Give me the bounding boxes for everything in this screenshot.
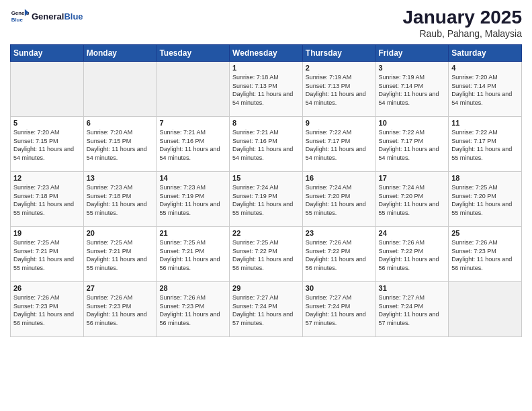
logo-icon: General Blue <box>10 7 29 26</box>
cell-info: Sunrise: 7:27 AMSunset: 7:24 PMDaylight:… <box>379 293 446 327</box>
cell-w0d5: 3Sunrise: 7:19 AMSunset: 7:14 PMDaylight… <box>375 62 449 117</box>
cell-w2d2: 14Sunrise: 7:23 AMSunset: 7:19 PMDayligh… <box>157 172 230 227</box>
day-number: 29 <box>232 284 300 292</box>
day-number: 8 <box>232 119 300 127</box>
header-tuesday: Tuesday <box>157 45 230 62</box>
cell-w4d0: 26Sunrise: 7:26 AMSunset: 7:23 PMDayligh… <box>11 282 84 337</box>
cell-info: Sunrise: 7:26 AMSunset: 7:23 PMDaylight:… <box>87 293 154 327</box>
cell-w3d6: 25Sunrise: 7:26 AMSunset: 7:23 PMDayligh… <box>449 227 522 282</box>
header-monday: Monday <box>83 45 157 62</box>
cell-w2d6: 18Sunrise: 7:25 AMSunset: 7:20 PMDayligh… <box>449 172 522 227</box>
cell-info: Sunrise: 7:20 AMSunset: 7:15 PMDaylight:… <box>13 128 81 162</box>
calendar-title: January 2025 <box>403 7 522 28</box>
cell-w1d4: 9Sunrise: 7:22 AMSunset: 7:17 PMDaylight… <box>302 117 375 172</box>
header-friday: Friday <box>375 45 449 62</box>
cell-w4d1: 27Sunrise: 7:26 AMSunset: 7:23 PMDayligh… <box>83 282 157 337</box>
cell-info: Sunrise: 7:25 AMSunset: 7:21 PMDaylight:… <box>13 238 81 272</box>
cell-info: Sunrise: 7:19 AMSunset: 7:14 PMDaylight:… <box>379 73 446 107</box>
cell-w1d1: 6Sunrise: 7:20 AMSunset: 7:15 PMDaylight… <box>83 117 157 172</box>
svg-text:Blue: Blue <box>11 17 24 23</box>
day-number: 27 <box>87 284 154 292</box>
day-number: 10 <box>379 119 446 127</box>
logo: General Blue GeneralBlue <box>10 7 83 26</box>
cell-info: Sunrise: 7:22 AMSunset: 7:17 PMDaylight:… <box>379 128 446 162</box>
day-number: 13 <box>87 174 154 182</box>
cell-info: Sunrise: 7:26 AMSunset: 7:22 PMDaylight:… <box>306 238 373 272</box>
day-number: 12 <box>13 174 81 182</box>
cell-info: Sunrise: 7:21 AMSunset: 7:16 PMDaylight:… <box>159 128 226 162</box>
cell-info: Sunrise: 7:26 AMSunset: 7:23 PMDaylight:… <box>13 293 81 327</box>
cell-w0d3: 1Sunrise: 7:18 AMSunset: 7:13 PMDaylight… <box>230 62 303 117</box>
day-number: 25 <box>451 229 519 237</box>
day-number: 5 <box>13 119 81 127</box>
week-row-1: 1Sunrise: 7:18 AMSunset: 7:13 PMDaylight… <box>11 62 522 117</box>
cell-info: Sunrise: 7:27 AMSunset: 7:24 PMDaylight:… <box>232 293 300 327</box>
week-row-5: 26Sunrise: 7:26 AMSunset: 7:23 PMDayligh… <box>11 282 522 337</box>
cell-w3d0: 19Sunrise: 7:25 AMSunset: 7:21 PMDayligh… <box>11 227 84 282</box>
cell-w3d5: 24Sunrise: 7:26 AMSunset: 7:22 PMDayligh… <box>375 227 449 282</box>
cell-info: Sunrise: 7:25 AMSunset: 7:21 PMDaylight:… <box>87 238 154 272</box>
cell-info: Sunrise: 7:22 AMSunset: 7:17 PMDaylight:… <box>306 128 373 162</box>
day-number: 30 <box>306 284 373 292</box>
cell-w4d6 <box>449 282 522 337</box>
cell-info: Sunrise: 7:26 AMSunset: 7:23 PMDaylight:… <box>159 293 226 327</box>
day-number: 21 <box>159 229 226 237</box>
cell-info: Sunrise: 7:18 AMSunset: 7:13 PMDaylight:… <box>232 73 300 107</box>
week-row-3: 12Sunrise: 7:23 AMSunset: 7:18 PMDayligh… <box>11 172 522 227</box>
cell-w2d0: 12Sunrise: 7:23 AMSunset: 7:18 PMDayligh… <box>11 172 84 227</box>
cell-info: Sunrise: 7:24 AMSunset: 7:19 PMDaylight:… <box>232 183 300 217</box>
cell-w0d2 <box>157 62 230 117</box>
day-number: 18 <box>451 174 519 182</box>
cell-info: Sunrise: 7:20 AMSunset: 7:15 PMDaylight:… <box>87 128 154 162</box>
week-row-2: 5Sunrise: 7:20 AMSunset: 7:15 PMDaylight… <box>11 117 522 172</box>
day-number: 23 <box>306 229 373 237</box>
calendar-table: Sunday Monday Tuesday Wednesday Thursday… <box>10 44 522 337</box>
calendar-page: General Blue GeneralBlue January 2025 Ra… <box>0 0 532 411</box>
day-number: 16 <box>306 174 373 182</box>
cell-info: Sunrise: 7:23 AMSunset: 7:18 PMDaylight:… <box>13 183 81 217</box>
logo-text-blue: Blue <box>64 11 83 21</box>
cell-w2d3: 15Sunrise: 7:24 AMSunset: 7:19 PMDayligh… <box>230 172 303 227</box>
day-number: 19 <box>13 229 81 237</box>
day-number: 24 <box>379 229 446 237</box>
day-number: 2 <box>306 64 373 72</box>
cell-w0d1 <box>83 62 157 117</box>
cell-w1d5: 10Sunrise: 7:22 AMSunset: 7:17 PMDayligh… <box>375 117 449 172</box>
cell-info: Sunrise: 7:27 AMSunset: 7:24 PMDaylight:… <box>306 293 373 327</box>
cell-w0d6: 4Sunrise: 7:20 AMSunset: 7:14 PMDaylight… <box>449 62 522 117</box>
cell-w1d3: 8Sunrise: 7:21 AMSunset: 7:16 PMDaylight… <box>230 117 303 172</box>
header-wednesday: Wednesday <box>230 45 303 62</box>
cell-w3d2: 21Sunrise: 7:25 AMSunset: 7:21 PMDayligh… <box>157 227 230 282</box>
cell-w1d6: 11Sunrise: 7:22 AMSunset: 7:17 PMDayligh… <box>449 117 522 172</box>
cell-info: Sunrise: 7:26 AMSunset: 7:22 PMDaylight:… <box>379 238 446 272</box>
header-sunday: Sunday <box>11 45 84 62</box>
header: General Blue GeneralBlue January 2025 Ra… <box>10 7 522 39</box>
day-number: 4 <box>451 64 519 72</box>
day-number: 26 <box>13 284 81 292</box>
calendar-subtitle: Raub, Pahang, Malaysia <box>403 28 522 39</box>
day-number: 6 <box>87 119 154 127</box>
cell-w1d2: 7Sunrise: 7:21 AMSunset: 7:16 PMDaylight… <box>157 117 230 172</box>
day-number: 28 <box>159 284 226 292</box>
cell-w0d4: 2Sunrise: 7:19 AMSunset: 7:13 PMDaylight… <box>302 62 375 117</box>
cell-w2d4: 16Sunrise: 7:24 AMSunset: 7:20 PMDayligh… <box>302 172 375 227</box>
cell-w3d1: 20Sunrise: 7:25 AMSunset: 7:21 PMDayligh… <box>83 227 157 282</box>
day-number: 15 <box>232 174 300 182</box>
title-block: January 2025 Raub, Pahang, Malaysia <box>403 7 522 39</box>
header-thursday: Thursday <box>302 45 375 62</box>
cell-info: Sunrise: 7:20 AMSunset: 7:14 PMDaylight:… <box>451 73 519 107</box>
cell-info: Sunrise: 7:25 AMSunset: 7:22 PMDaylight:… <box>232 238 300 272</box>
day-number: 11 <box>451 119 519 127</box>
cell-w4d2: 28Sunrise: 7:26 AMSunset: 7:23 PMDayligh… <box>157 282 230 337</box>
cell-info: Sunrise: 7:22 AMSunset: 7:17 PMDaylight:… <box>451 128 519 162</box>
cell-w0d0 <box>11 62 84 117</box>
cell-info: Sunrise: 7:25 AMSunset: 7:20 PMDaylight:… <box>451 183 519 217</box>
cell-info: Sunrise: 7:25 AMSunset: 7:21 PMDaylight:… <box>159 238 226 272</box>
cell-w3d3: 22Sunrise: 7:25 AMSunset: 7:22 PMDayligh… <box>230 227 303 282</box>
cell-info: Sunrise: 7:26 AMSunset: 7:23 PMDaylight:… <box>451 238 519 272</box>
cell-w4d5: 31Sunrise: 7:27 AMSunset: 7:24 PMDayligh… <box>375 282 449 337</box>
cell-info: Sunrise: 7:19 AMSunset: 7:13 PMDaylight:… <box>306 73 373 107</box>
cell-info: Sunrise: 7:23 AMSunset: 7:18 PMDaylight:… <box>87 183 154 217</box>
day-number: 7 <box>159 119 226 127</box>
cell-w3d4: 23Sunrise: 7:26 AMSunset: 7:22 PMDayligh… <box>302 227 375 282</box>
